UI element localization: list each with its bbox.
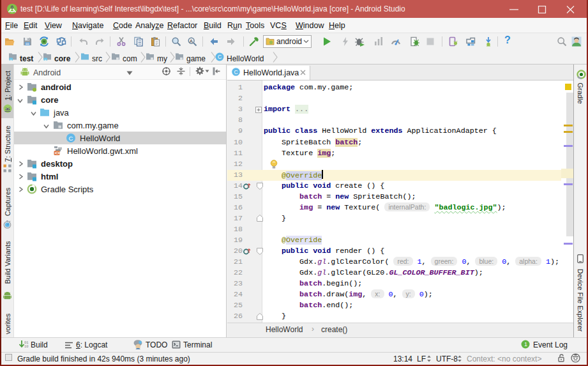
svg-text:C: C (69, 135, 73, 142)
svg-text:<>: <> (55, 151, 60, 156)
svg-text:10: 10 (24, 344, 29, 349)
svg-text:A: A (190, 38, 193, 44)
svg-text:C: C (218, 54, 222, 60)
svg-text:C: C (234, 69, 238, 75)
svg-text:1: 1 (524, 341, 527, 347)
